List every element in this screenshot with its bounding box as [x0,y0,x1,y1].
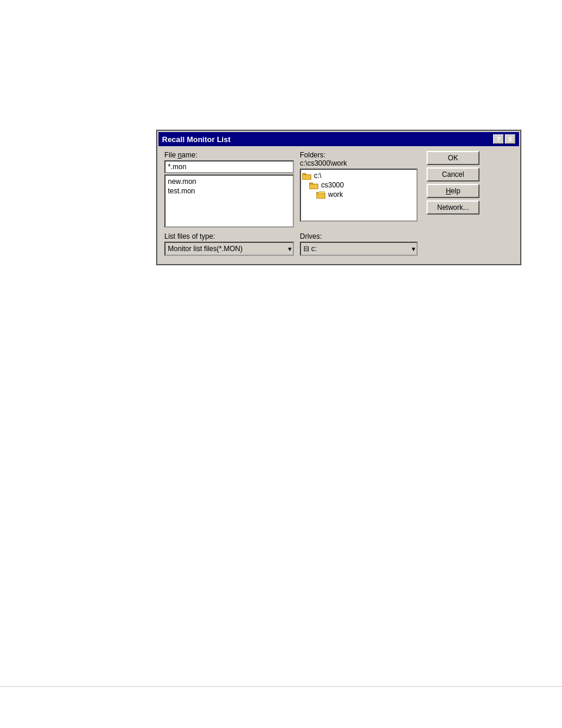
ok-button[interactable]: OK [427,151,480,165]
folder-name-cs3000: cs3000 [321,181,344,189]
folder-icon-open [316,191,326,198]
svg-rect-4 [309,183,313,185]
drives-wrap: Drives: ⊟ c: ▼ [300,232,418,256]
list-item[interactable]: test.mon [167,186,292,196]
folder-item-root[interactable]: c:\ [302,171,415,180]
svg-rect-8 [317,194,325,198]
help-button-label: Help [446,187,461,195]
dialog-window: Recall Monitor List ? X File name: new.m… [156,130,521,265]
dialog-content: File name: new.mon test.mon Folders: c:\… [158,146,519,261]
right-column: OK Cancel Help Network... [427,151,480,215]
file-name-label: File name: [164,151,294,159]
dialog-row-bottom: List files of type: Monitor list files(*… [164,232,513,256]
filetype-select-wrap: List files of type: Monitor list files(*… [164,232,294,256]
dialog-row-top: File name: new.mon test.mon Folders: c:\… [164,151,513,228]
folders-label: Folders: [300,151,325,159]
file-list[interactable]: new.mon test.mon [164,174,294,228]
svg-marker-9 [317,192,325,194]
cancel-button[interactable]: Cancel [427,167,480,182]
help-button[interactable]: Help [427,184,480,198]
network-button[interactable]: Network... [427,200,480,215]
help-title-button[interactable]: ? [493,134,504,144]
dialog-title: Recall Monitor List [162,135,230,144]
drives-select-wrapper: ⊟ c: ▼ [300,242,418,256]
svg-rect-5 [310,185,318,189]
drives-select[interactable]: ⊟ c: [300,242,418,256]
folder-name-work: work [328,190,343,199]
title-bar: Recall Monitor List ? X [158,132,519,146]
folder-list[interactable]: c:\ cs3000 [300,169,418,222]
page-background: Recall Monitor List ? X File name: new.m… [0,0,562,728]
list-files-label: List files of type: [164,232,294,241]
folder-icon [302,172,312,179]
filetype-select-wrapper: Monitor list files(*.MON) ▼ [164,242,294,256]
drives-label: Drives: [300,232,418,241]
bottom-separator-line [0,686,562,687]
close-title-button[interactable]: X [505,134,515,144]
folder-item-cs3000[interactable]: cs3000 [302,180,415,190]
folder-name-root: c:\ [314,172,322,180]
folders-path: c:\cs3000\work [300,159,418,167]
center-column: Folders: c:\cs3000\work [300,151,418,222]
filetype-select[interactable]: Monitor list files(*.MON) [164,242,294,256]
title-bar-buttons: ? X [493,134,515,144]
file-name-input[interactable] [164,160,294,173]
folder-icon [309,182,319,189]
folder-item-work[interactable]: work [302,190,415,199]
svg-rect-2 [303,175,310,179]
svg-rect-1 [302,173,306,175]
left-column: File name: new.mon test.mon [164,151,294,228]
list-item[interactable]: new.mon [167,177,292,186]
